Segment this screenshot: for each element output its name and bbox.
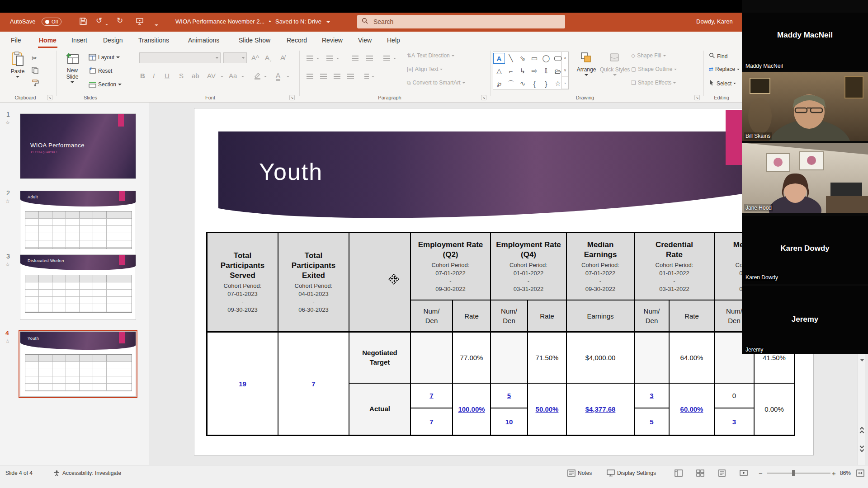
search-bar[interactable] bbox=[357, 15, 565, 28]
qat-customize-icon[interactable] bbox=[155, 21, 158, 29]
shape-effects-button[interactable]: ❏ Shape Effects bbox=[631, 80, 676, 86]
arc-shape-icon[interactable]: ⌒ bbox=[505, 78, 517, 89]
reading-view-button[interactable] bbox=[718, 469, 726, 478]
zoom-slider-thumb[interactable] bbox=[792, 470, 795, 476]
slide-indicator[interactable]: Slide 4 of 4 bbox=[5, 469, 33, 478]
clear-formatting-icon[interactable]: A̸ bbox=[280, 54, 285, 61]
start-slideshow-icon[interactable] bbox=[136, 17, 144, 27]
shrink-font-icon[interactable]: A˯ bbox=[265, 54, 272, 61]
thumbnail-slide-2[interactable]: Adult bbox=[20, 191, 136, 256]
fit-to-window-button[interactable] bbox=[856, 469, 864, 478]
cut-icon[interactable]: ✂ bbox=[32, 54, 38, 62]
triangle-shape-icon[interactable]: △ bbox=[493, 66, 505, 76]
font-dialog-launcher[interactable]: ↘ bbox=[289, 95, 295, 100]
columns-icon[interactable] bbox=[364, 72, 369, 80]
tab-design[interactable]: Design bbox=[100, 35, 126, 45]
tab-slide-show[interactable]: Slide Show bbox=[236, 35, 273, 45]
paste-button[interactable]: Paste bbox=[7, 52, 28, 78]
arrange-button[interactable]: Arrange bbox=[573, 52, 599, 76]
shapes-gallery[interactable]: A ╲ ⇘ ▭ ◯ △ ⌐ ↳ ⇨ ⇩ 🗁 ℘ ⌒ ∿ { } ☆ bbox=[493, 52, 569, 89]
elbow-connector-icon[interactable]: ⌐ bbox=[505, 66, 517, 76]
align-text-button[interactable]: [≡] Align Text bbox=[407, 66, 443, 72]
account-name[interactable]: Dowdy, Karen bbox=[696, 18, 733, 25]
autosave-toggle[interactable]: Off bbox=[42, 18, 61, 26]
slide-title[interactable]: Youth bbox=[259, 158, 323, 185]
participant-tile-maddy[interactable]: Maddy MacNeil Maddy MacNeil bbox=[742, 13, 868, 70]
gallery-up-icon[interactable]: ∧ bbox=[562, 52, 568, 64]
slide-4[interactable]: Youth TotalParticipantsServed Cohort Per… bbox=[194, 108, 814, 455]
curve-shape-icon[interactable]: ∿ bbox=[517, 78, 528, 89]
saved-status[interactable]: Saved to N: Drive bbox=[275, 18, 321, 25]
tab-review[interactable]: Review bbox=[319, 35, 345, 45]
notes-button[interactable]: Notes bbox=[567, 469, 592, 478]
new-slide-button[interactable]: New Slide bbox=[61, 52, 84, 83]
participant-tile-bill[interactable]: Bill Skains bbox=[742, 72, 868, 141]
justify-icon[interactable] bbox=[347, 72, 354, 80]
participant-tile-jane[interactable]: Jane Hood bbox=[742, 143, 868, 213]
bold-button[interactable]: B bbox=[140, 72, 145, 80]
previous-slide-button[interactable] bbox=[858, 426, 866, 436]
italic-button[interactable]: I bbox=[153, 72, 155, 80]
scribble-shape-icon[interactable]: ℘ bbox=[493, 78, 505, 89]
elbow-arrow-connector-icon[interactable]: ↳ bbox=[517, 66, 528, 76]
thumbnail-slide-3[interactable]: Dislocated Worker bbox=[20, 254, 136, 320]
grow-font-icon[interactable]: A^ bbox=[251, 54, 259, 61]
font-color-icon[interactable]: A bbox=[276, 71, 280, 81]
tab-view[interactable]: View bbox=[355, 35, 374, 45]
undo-dropdown-icon[interactable] bbox=[105, 20, 108, 28]
select-button[interactable]: Select bbox=[709, 80, 736, 87]
strikethrough-button[interactable]: ab bbox=[192, 72, 199, 80]
right-arrow-shape-icon[interactable]: ⇨ bbox=[528, 66, 540, 76]
zoom-out-button[interactable]: − bbox=[759, 469, 763, 478]
left-brace-shape-icon[interactable]: { bbox=[528, 78, 540, 89]
participant-tile-jeremy[interactable]: Jeremy Jeremy bbox=[742, 286, 868, 354]
shape-fill-button[interactable]: ◇ Shape Fill bbox=[631, 52, 666, 59]
text-box-shape-icon[interactable]: A bbox=[493, 53, 505, 64]
increase-indent-icon[interactable] bbox=[366, 54, 373, 62]
thumbnail-slide-4[interactable]: Youth bbox=[20, 331, 136, 397]
line-shape-icon[interactable]: ╲ bbox=[505, 53, 517, 64]
underline-button[interactable]: U bbox=[165, 72, 170, 80]
character-spacing-button[interactable]: AV bbox=[207, 72, 216, 80]
font-name-combo[interactable] bbox=[139, 52, 221, 63]
participant-tile-karen[interactable]: Karen Dowdy Karen Dowdy bbox=[742, 216, 868, 284]
line-spacing-icon[interactable] bbox=[383, 54, 390, 62]
down-arrow-shape-icon[interactable]: ⇩ bbox=[540, 66, 552, 76]
decrease-indent-icon[interactable] bbox=[352, 54, 359, 62]
gallery-scroll[interactable]: ∧ ∨ ⌄ bbox=[561, 52, 568, 89]
redo-icon[interactable]: ↻ bbox=[117, 17, 123, 24]
thumbnail-slide-1[interactable]: WIOA Performance PY 23/24 QUARTER 1 bbox=[20, 113, 136, 179]
layout-button[interactable]: Layout bbox=[89, 53, 120, 61]
save-icon[interactable] bbox=[79, 17, 87, 27]
rectangle-shape-icon[interactable]: ▭ bbox=[528, 53, 540, 64]
align-left-icon[interactable] bbox=[307, 72, 313, 80]
search-input[interactable] bbox=[373, 18, 544, 26]
align-center-icon[interactable] bbox=[320, 72, 327, 80]
right-brace-shape-icon[interactable]: } bbox=[540, 78, 552, 89]
bullets-icon[interactable] bbox=[307, 54, 313, 62]
find-button[interactable]: Find bbox=[709, 52, 727, 60]
align-right-icon[interactable] bbox=[334, 72, 340, 80]
normal-view-button[interactable] bbox=[675, 469, 683, 478]
section-button[interactable]: Section bbox=[89, 80, 122, 88]
undo-icon[interactable]: ↺ bbox=[96, 17, 102, 24]
slide-show-view-button[interactable] bbox=[740, 469, 748, 478]
gallery-more-icon[interactable]: ⌄ bbox=[562, 77, 568, 89]
display-settings-button[interactable]: Display Settings bbox=[607, 469, 656, 478]
shape-outline-button[interactable]: ▢ Shape Outline bbox=[631, 66, 677, 72]
drawing-dialog-launcher[interactable]: ↘ bbox=[694, 95, 700, 100]
zoom-slider-track[interactable] bbox=[767, 473, 830, 474]
tab-file[interactable]: File bbox=[8, 35, 24, 45]
text-direction-button[interactable]: ⇅A Text Direction bbox=[407, 52, 454, 59]
tab-help[interactable]: Help bbox=[384, 35, 403, 45]
copy-icon[interactable] bbox=[32, 67, 39, 76]
scrollbar-down-arrow-icon[interactable] bbox=[858, 355, 866, 365]
text-shadow-button[interactable]: S bbox=[179, 72, 184, 80]
tab-record[interactable]: Record bbox=[284, 35, 310, 45]
performance-table[interactable]: TotalParticipantsServed Cohort Period:07… bbox=[206, 232, 795, 436]
reset-button[interactable]: Reset bbox=[89, 67, 112, 75]
next-slide-button[interactable] bbox=[858, 443, 866, 453]
paragraph-dialog-launcher[interactable]: ↘ bbox=[481, 95, 486, 100]
quick-styles-button[interactable]: Quick Styles bbox=[602, 52, 627, 76]
numbering-icon[interactable] bbox=[326, 54, 333, 62]
